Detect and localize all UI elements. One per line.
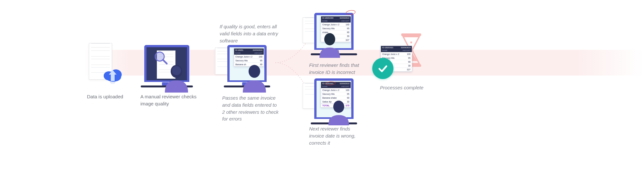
step4b-caption: Next reviewer finds invoice date is wron… — [309, 125, 364, 146]
person-reviewer-1 — [162, 64, 190, 93]
step3-top-caption: If quality is good, enters all valid fie… — [220, 23, 281, 44]
step5-caption: Processes complete — [380, 84, 431, 91]
svg-line-8 — [163, 60, 167, 64]
svg-point-18 — [410, 41, 412, 43]
svg-rect-6 — [111, 83, 115, 84]
cloud-upload-icon — [102, 66, 123, 86]
svg-rect-5 — [110, 82, 115, 83]
person-data-entry — [240, 64, 268, 93]
svg-point-11 — [249, 65, 260, 78]
success-check-icon — [372, 58, 393, 79]
step1-caption: Data is uploaded — [87, 93, 142, 100]
svg-rect-3 — [111, 74, 115, 81]
person-reviewer-2 — [317, 32, 343, 58]
svg-point-10 — [172, 66, 181, 75]
svg-rect-16 — [401, 33, 421, 36]
svg-point-14 — [324, 33, 335, 45]
person-reviewer-3 — [326, 100, 352, 125]
step3-bottom-caption: Passes the same invoice and data fields … — [222, 94, 280, 122]
step4a-caption: First reviewer finds that invoice ID is … — [309, 62, 364, 76]
svg-point-15 — [333, 101, 344, 113]
step2-caption: A manual reviewer checks image quality — [140, 93, 198, 107]
error-mark-invoice-id — [346, 10, 356, 15]
